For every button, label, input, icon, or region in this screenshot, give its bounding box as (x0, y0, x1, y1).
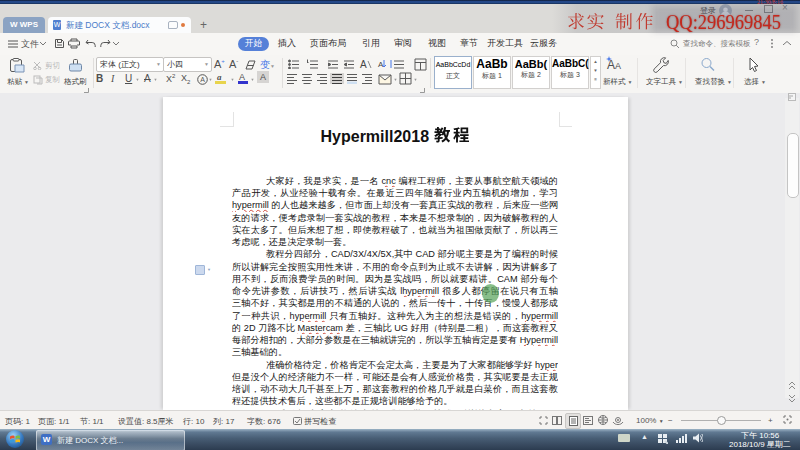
svg-text:A: A (200, 76, 205, 83)
svg-text:A: A (378, 60, 384, 69)
svg-text:A: A (360, 59, 367, 69)
